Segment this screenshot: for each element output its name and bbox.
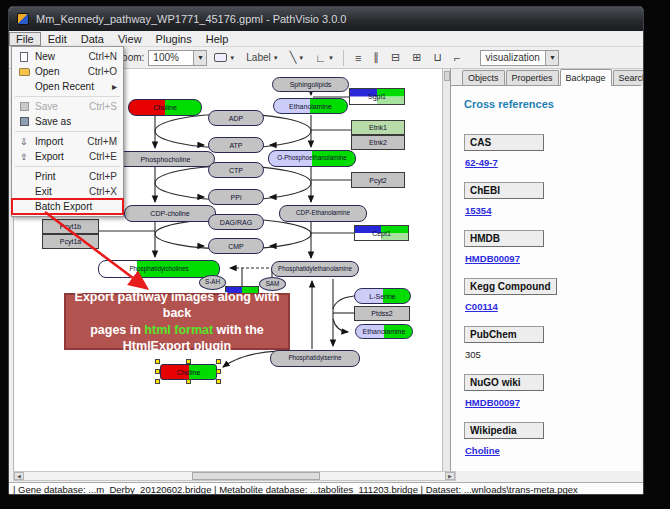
node-s-ah[interactable]: S-AH — [199, 275, 226, 290]
node-choline-selected[interactable]: Choline — [160, 364, 217, 380]
export-icon: ⇧ — [20, 152, 28, 162]
tab-objects[interactable]: Objects — [462, 70, 505, 85]
menu-data[interactable]: Data — [74, 32, 111, 46]
node-pcyt1b[interactable]: Pcyt1b — [42, 219, 99, 234]
node-cdp-ethanolamine[interactable]: CDP-Ethanolamine — [279, 205, 367, 222]
link-wikipedia[interactable]: Choline — [465, 445, 500, 456]
node-ptdss2[interactable]: Ptdss2 — [354, 306, 410, 321]
status-text: | Gene database: ...m_Derby_20120602.bri… — [13, 484, 578, 495]
node-phosphatidylethanolamine[interactable]: Phosphatidylethanolamine — [271, 261, 359, 277]
menu-item-new[interactable]: NewCtrl+N — [12, 49, 123, 64]
backpage-content[interactable]: Cross references CAS 62-49-7 ChEBI 15354… — [451, 86, 641, 471]
node-adp[interactable]: ADP — [208, 110, 264, 126]
tab-backpage[interactable]: Backpage — [560, 69, 612, 86]
selection-handle[interactable] — [216, 379, 221, 384]
node-ethanolamine-bottom[interactable]: Ethanolamine — [355, 324, 413, 339]
gene-node-button[interactable]: ▼ — [210, 49, 239, 67]
menu-edit[interactable]: Edit — [41, 32, 74, 46]
node-etnk2[interactable]: Etnk2 — [351, 135, 405, 150]
scroll-left-icon[interactable]: ◀ — [14, 472, 24, 480]
scroll-right-icon[interactable]: ▶ — [445, 472, 455, 480]
node-dag[interactable]: DAG/RAG — [208, 214, 264, 230]
menu-item-open-recent[interactable]: Open Recent▸ — [12, 79, 123, 94]
node-ppi[interactable]: PPi — [208, 189, 264, 205]
section-header-wikipedia: Wikipedia — [464, 422, 544, 439]
file-menu-popup: NewCtrl+N OpenCtrl+O Open Recent▸ SaveCt… — [11, 46, 124, 217]
node-cdp-choline[interactable]: CDP-choline — [124, 205, 216, 222]
menu-separator — [15, 166, 120, 167]
selection-handle[interactable] — [186, 379, 191, 384]
selection-handle[interactable] — [216, 359, 221, 364]
chevron-down-icon[interactable]: ▼ — [298, 55, 304, 61]
annotation-line1: Export pathway images along with back — [66, 289, 288, 322]
menu-item-import[interactable]: ⇩ ImportCtrl+M — [12, 134, 123, 149]
node-pcyt2[interactable]: Pcyt2 — [351, 172, 405, 188]
link-hmdb[interactable]: HMDB00097 — [465, 253, 520, 264]
node-cmp[interactable]: CMP — [208, 238, 264, 254]
expression-data-heading: Expression data — [464, 470, 641, 471]
node-phosphatidylcholines[interactable]: Phosphatidylcholines — [98, 260, 220, 278]
link-nugo[interactable]: HMDB00097 — [465, 397, 520, 408]
node-ethanolamine-top[interactable]: Ethanolamine — [273, 98, 348, 114]
node-l-serine[interactable]: L-Serine — [354, 288, 411, 304]
visualization-combobox[interactable]: visualization ▼ — [480, 50, 559, 66]
distribute-vertical-icon[interactable]: ⊞ — [412, 51, 421, 64]
chevron-down-icon[interactable]: ▼ — [273, 55, 279, 61]
link-cas[interactable]: 62-49-7 — [465, 157, 498, 168]
chevron-down-icon[interactable]: ▼ — [545, 51, 558, 65]
menu-item-save-as[interactable]: Save as — [12, 114, 123, 129]
menu-item-print[interactable]: PrintCtrl+P — [12, 169, 123, 184]
menu-help[interactable]: Help — [199, 32, 236, 46]
menu-item-export[interactable]: ⇧ ExportCtrl+E — [12, 149, 123, 164]
menu-item-save: SaveCtrl+S — [12, 99, 123, 114]
node-choline-top[interactable]: Choline — [128, 99, 202, 116]
node-ctp[interactable]: CTP — [208, 162, 264, 178]
menu-item-batch-export[interactable]: Batch Export — [12, 199, 123, 214]
menu-view[interactable]: View — [111, 32, 149, 46]
horizontal-scrollbar[interactable]: ◀ ▶ — [13, 471, 456, 481]
node-sgpl1[interactable]: Sgpl1 — [349, 88, 405, 105]
visualization-value: visualization — [481, 52, 545, 63]
selection-handle[interactable] — [155, 359, 160, 364]
title-bar[interactable]: Mm_Kennedy_pathway_WP1771_45176.gpml - P… — [9, 7, 644, 31]
label-button[interactable]: Label ▼ — [242, 49, 282, 67]
panel-splitter[interactable] — [442, 69, 451, 471]
zoom-combobox[interactable]: 100% ▼ — [148, 50, 207, 66]
annotation-line2: pages in html format with the — [90, 322, 264, 338]
node-atp[interactable]: ATP — [208, 137, 264, 153]
align-horizontal-icon[interactable]: ≡ — [355, 52, 361, 64]
align-vertical-icon[interactable]: ∥ — [373, 51, 379, 64]
menu-separator — [15, 96, 120, 97]
node-phosphatidylserine[interactable]: Phosphatidylserine — [270, 350, 360, 367]
chevron-down-icon[interactable]: ▼ — [193, 51, 206, 65]
node-o-phosphoethanolamine[interactable]: O-Phosphoethanolamine — [268, 150, 356, 167]
chevron-down-icon[interactable]: ▼ — [229, 55, 235, 61]
selection-handle[interactable] — [216, 369, 221, 374]
scrollbar-thumb[interactable] — [192, 472, 320, 480]
line-tool-button[interactable]: ╲ ▼ — [286, 49, 309, 67]
node-sphingolipids[interactable]: Sphingolipids — [272, 77, 349, 92]
node-cept1[interactable]: Cept1 — [354, 225, 409, 241]
splitter-handle-icon[interactable] — [444, 71, 450, 81]
link-chebi[interactable]: 15354 — [465, 205, 491, 216]
stack-icon[interactable]: ⊔ — [433, 51, 442, 64]
selection-handle[interactable] — [155, 379, 160, 384]
node-phosphocholine[interactable]: Phosphocholine — [116, 151, 215, 167]
node-pcyt1a[interactable]: Pcyt1a — [42, 234, 99, 249]
tab-search[interactable]: Search — [613, 70, 644, 85]
menu-file[interactable]: File — [9, 32, 41, 46]
connector-tool-button[interactable]: ∟ ▼ — [311, 49, 338, 67]
node-etnk1[interactable]: Etnk1 — [351, 120, 405, 135]
distribute-horizontal-icon[interactable]: ⊟ — [391, 51, 400, 64]
menu-plugins[interactable]: Plugins — [149, 32, 199, 46]
menu-item-exit[interactable]: ExitCtrl+X — [12, 184, 123, 199]
value-pubchem: 305 — [465, 349, 481, 360]
group-icon[interactable]: ⌐ — [454, 52, 460, 64]
tab-properties[interactable]: Properties — [506, 70, 559, 85]
selection-handle[interactable] — [155, 369, 160, 374]
chevron-down-icon[interactable]: ▼ — [328, 55, 334, 61]
status-bar: | Gene database: ...m_Derby_20120602.bri… — [9, 482, 644, 495]
menu-item-open[interactable]: OpenCtrl+O — [12, 64, 123, 79]
selection-handle[interactable] — [186, 359, 191, 364]
link-kegg[interactable]: C00114 — [465, 301, 498, 312]
